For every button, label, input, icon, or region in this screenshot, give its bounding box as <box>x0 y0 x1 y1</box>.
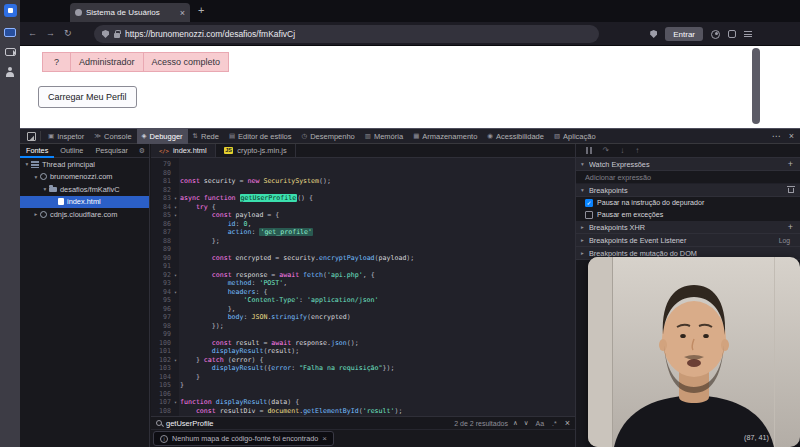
fold-arrow-icon[interactable]: ▾ <box>171 288 180 297</box>
search-prev-icon[interactable]: ∧ <box>512 419 519 427</box>
tree-item-thread-principal[interactable]: ▾Thread principal <box>20 158 149 171</box>
devtools-tab-rede[interactable]: ⇅Rede <box>188 129 224 144</box>
step-over-icon[interactable]: ↷ <box>603 146 610 155</box>
line-number[interactable]: 105 <box>151 381 171 390</box>
sources-tab-pesquisar[interactable]: Pesquisar <box>89 144 133 158</box>
line-number[interactable]: 87 <box>151 228 171 237</box>
fold-arrow-icon[interactable]: ▾ <box>171 194 180 203</box>
chevron-down-icon[interactable]: ▾ <box>32 174 40 180</box>
line-number[interactable]: 81 <box>151 177 171 186</box>
section-breakpoints-de-event-listener[interactable]: ▸Breakpoints de Event ListenerLog <box>576 234 800 247</box>
node-picker-icon[interactable] <box>27 132 36 141</box>
section-extra-label[interactable]: Log <box>779 237 790 244</box>
devtools-tab-memoria[interactable]: ▥Memória <box>360 129 408 144</box>
section-watch-expressoes[interactable]: ▾Watch Expressões+ <box>576 158 800 171</box>
back-icon[interactable]: ← <box>28 28 37 38</box>
line-number[interactable]: 85 <box>151 211 171 220</box>
search-next-icon[interactable]: ∨ <box>523 419 530 427</box>
tab-close-icon[interactable]: × <box>180 8 185 18</box>
line-number[interactable]: 106 <box>151 390 171 399</box>
line-number[interactable]: 91 <box>151 262 171 271</box>
camera-icon[interactable] <box>5 48 16 56</box>
section-breakpoints[interactable]: ▾Breakpoints <box>576 184 800 197</box>
devtools-tab-inspetor[interactable]: ▣Inspetor <box>43 129 89 144</box>
warning-close-icon[interactable]: × <box>322 434 327 443</box>
line-number[interactable]: 103 <box>151 364 171 373</box>
new-tab-button[interactable]: + <box>198 4 204 16</box>
section-breakpoints-xhr[interactable]: ▸Breakpoints XHR+ <box>576 221 800 234</box>
url-bar[interactable]: https://brunomenozzi.com/desafios/fmKafi… <box>94 25 599 43</box>
devtools-tab-desempenho[interactable]: ◷Desempenho <box>296 129 359 144</box>
sources-tab-outline[interactable]: Outline <box>54 144 89 158</box>
line-number[interactable]: 92 <box>151 271 171 280</box>
chevron-right-icon[interactable]: ▸ <box>581 224 589 230</box>
checkbox-pausar-em-excecoes[interactable] <box>585 211 593 219</box>
line-number[interactable]: 89 <box>151 245 171 254</box>
pause-icon[interactable] <box>586 147 592 154</box>
line-number[interactable]: 80 <box>151 169 171 178</box>
line-number[interactable]: 98 <box>151 322 171 331</box>
step-out-icon[interactable]: ↑ <box>635 146 639 155</box>
signin-button[interactable]: Entrar <box>665 27 703 41</box>
tree-item-cdnjs-cloudflare-com[interactable]: ▸cdnjs.cloudflare.com <box>20 208 149 221</box>
option-pausar-em-excecoes[interactable]: Pausar em exceções <box>576 209 800 221</box>
line-number[interactable]: 107 <box>151 398 171 407</box>
devtools-tab-debugger[interactable]: ◈Debugger <box>137 129 188 144</box>
checkbox-pausar-na-instrucao-do-depurador[interactable]: ✓ <box>585 199 593 207</box>
watch-expression-placeholder[interactable]: Adicionar expressão <box>576 171 800 184</box>
devtools-close-icon[interactable]: × <box>789 131 794 141</box>
search-input[interactable]: getUserProfile <box>166 419 214 428</box>
code-area[interactable]: 798081const security = new SecuritySyste… <box>151 158 575 416</box>
editor-tab-crypto-js-min-js[interactable]: JScrypto-js.min.js <box>216 144 296 157</box>
option-pausar-na-instrucao-do-depurador[interactable]: ✓Pausar na instrução do depurador <box>576 197 800 209</box>
chevron-down-icon[interactable]: ▾ <box>23 161 31 167</box>
plus-icon[interactable]: + <box>786 222 795 232</box>
recorder-app-logo[interactable] <box>4 4 17 17</box>
plus-icon[interactable]: + <box>786 159 795 169</box>
line-number[interactable]: 96 <box>151 305 171 314</box>
step-in-icon[interactable]: ↓ <box>620 146 624 155</box>
sources-settings-icon[interactable]: ⚙ <box>139 147 149 155</box>
tracking-shield-icon[interactable] <box>102 30 109 38</box>
devtools-tab-editor-de-estilos[interactable]: ▤Editor de estilos <box>224 129 297 144</box>
search-regex-toggle[interactable]: .* <box>550 420 559 427</box>
tree-item-brunomenozzi-com[interactable]: ▾brunomenozzi.com <box>20 171 149 184</box>
line-number[interactable]: 99 <box>151 330 171 339</box>
fold-arrow-icon[interactable]: ▾ <box>171 203 180 212</box>
line-number[interactable]: 102 <box>151 356 171 365</box>
refresh-icon[interactable]: ↻ <box>64 28 72 38</box>
devtools-tab-aplicacao[interactable]: ▧Aplicação <box>549 129 601 144</box>
protection-shield-icon[interactable] <box>650 30 657 38</box>
fold-arrow-icon[interactable]: ▾ <box>171 271 180 280</box>
line-number[interactable]: 100 <box>151 339 171 348</box>
forward-icon[interactable]: → <box>46 28 55 38</box>
chevron-down-icon[interactable]: ▾ <box>581 161 589 167</box>
chevron-right-icon[interactable]: ▸ <box>581 250 589 256</box>
trash-icon[interactable] <box>787 186 795 194</box>
line-number[interactable]: 93 <box>151 279 171 288</box>
devtools-tab-acessibilidade[interactable]: ◉Acessibilidade <box>482 129 549 144</box>
line-number[interactable]: 104 <box>151 373 171 382</box>
devtools-tab-armazenamento[interactable]: ▦Armazenamento <box>408 129 482 144</box>
page-scrollbar[interactable] <box>752 48 760 124</box>
chevron-right-icon[interactable]: ▸ <box>581 237 589 243</box>
sources-tab-fontes[interactable]: Fontes <box>20 144 54 158</box>
editor-tab-index-html[interactable]: </>index.html <box>151 144 216 157</box>
load-profile-button[interactable]: Carregar Meu Perfil <box>38 86 137 108</box>
chevron-down-icon[interactable]: ▾ <box>581 187 589 193</box>
line-number[interactable]: 84 <box>151 203 171 212</box>
screen-share-icon[interactable] <box>4 28 16 37</box>
fold-arrow-icon[interactable]: ▾ <box>171 398 180 407</box>
chevron-right-icon[interactable]: ▸ <box>32 211 40 217</box>
line-number[interactable]: 94 <box>151 288 171 297</box>
account-icon[interactable] <box>711 30 720 39</box>
line-number[interactable]: 86 <box>151 220 171 229</box>
tree-item-desafios-fmkafivc[interactable]: ▾desafios/fmKafivC <box>20 183 149 196</box>
line-number[interactable]: 83 <box>151 194 171 203</box>
line-number[interactable]: 101 <box>151 347 171 356</box>
menu-icon[interactable] <box>744 31 752 37</box>
search-close-icon[interactable]: × <box>563 418 570 428</box>
browser-tab[interactable]: Sistema de Usuários × <box>70 3 190 22</box>
line-number[interactable]: 90 <box>151 254 171 263</box>
line-number[interactable]: 88 <box>151 237 171 246</box>
